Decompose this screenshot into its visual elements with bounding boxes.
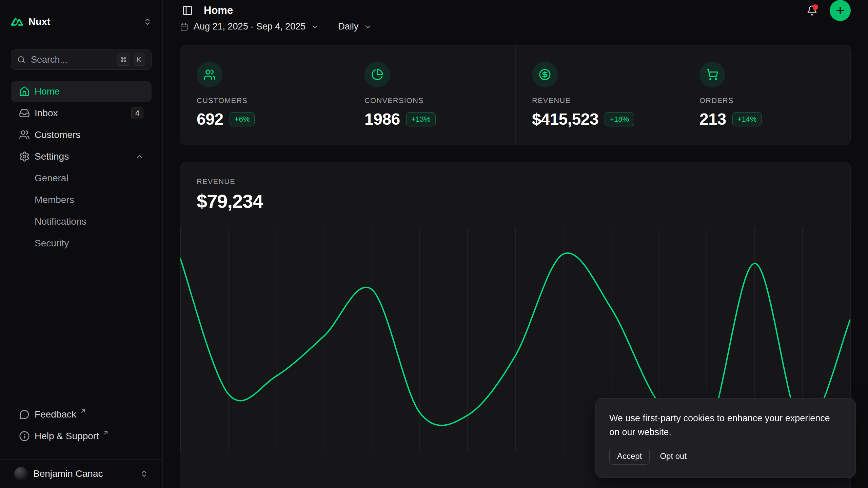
stat-value: 1986 bbox=[364, 110, 400, 128]
granularity-label: Daily bbox=[338, 21, 358, 32]
filters-toolbar: Aug 21, 2025 - Sep 4, 2025 Daily bbox=[163, 21, 868, 32]
page-title: Home bbox=[204, 4, 233, 17]
chevron-up-icon bbox=[135, 152, 143, 161]
users-icon bbox=[19, 129, 30, 140]
users-icon bbox=[197, 62, 222, 87]
stat-label: CONVERSIONS bbox=[364, 96, 499, 105]
inbox-count-badge: 4 bbox=[131, 107, 143, 119]
stat-revenue[interactable]: REVENUE $415,523 +18% bbox=[515, 45, 683, 145]
sidebar-item-settings[interactable]: Settings bbox=[11, 146, 152, 167]
search-kbd-group: ⌘ K bbox=[117, 54, 145, 66]
chart-title: REVENUE bbox=[197, 177, 834, 186]
add-button[interactable] bbox=[830, 0, 851, 21]
sidebar-top: Nuxt Search... ⌘ K bbox=[0, 0, 162, 70]
sidebar-item-general[interactable]: General bbox=[11, 168, 152, 188]
date-range-button[interactable]: Aug 21, 2025 - Sep 4, 2025 bbox=[180, 21, 319, 32]
stat-label: CUSTOMERS bbox=[197, 96, 332, 105]
user-name: Benjamin Canac bbox=[33, 468, 103, 479]
chevron-down-icon bbox=[311, 23, 319, 31]
info-icon bbox=[19, 431, 30, 442]
message-icon bbox=[19, 409, 30, 420]
user-menu[interactable]: Benjamin Canac bbox=[11, 464, 152, 483]
sub-item-label: General bbox=[35, 173, 68, 184]
stat-conversions[interactable]: CONVERSIONS 1986 +13% bbox=[348, 45, 515, 145]
search-placeholder: Search... bbox=[31, 55, 67, 65]
sidebar: Nuxt Search... ⌘ K bbox=[0, 0, 163, 488]
sidebar-item-customers[interactable]: Customers bbox=[11, 125, 152, 145]
help-support-link[interactable]: Help & Support bbox=[11, 426, 152, 446]
calendar-icon bbox=[180, 23, 188, 31]
sidebar-item-notifications[interactable]: Notifications bbox=[11, 211, 152, 232]
gear-icon bbox=[19, 151, 30, 162]
help-support-label: Help & Support bbox=[35, 431, 99, 442]
stat-delta-badge: +14% bbox=[732, 112, 762, 126]
sidebar-nav: Home Inbox 4 Customers Settings bbox=[0, 70, 162, 404]
header-actions bbox=[807, 0, 851, 21]
sidebar-toggle-button[interactable] bbox=[180, 3, 195, 18]
sub-item-label: Notifications bbox=[35, 216, 86, 227]
chart-total: $79,234 bbox=[197, 190, 834, 212]
stat-delta-badge: +18% bbox=[605, 112, 634, 126]
page-header: Home bbox=[163, 0, 868, 21]
chevrons-up-down-icon bbox=[140, 470, 148, 478]
nuxt-logo-icon bbox=[11, 16, 23, 28]
sidebar-item-inbox[interactable]: Inbox 4 bbox=[11, 103, 152, 123]
home-icon bbox=[19, 86, 30, 97]
stat-value: $415,523 bbox=[532, 110, 598, 128]
sub-item-label: Security bbox=[35, 238, 69, 249]
sidebar-item-label: Customers bbox=[35, 129, 80, 140]
cookie-accept-button[interactable]: Accept bbox=[609, 448, 650, 465]
cookie-banner: We use first-party cookies to enhance yo… bbox=[595, 398, 856, 478]
external-link-icon bbox=[80, 408, 86, 414]
search-input[interactable]: Search... ⌘ K bbox=[11, 49, 152, 70]
stat-value: 213 bbox=[699, 110, 726, 128]
stat-orders[interactable]: ORDERS 213 +14% bbox=[683, 45, 850, 145]
feedback-link[interactable]: Feedback bbox=[11, 404, 152, 425]
chevrons-up-down-icon bbox=[143, 18, 152, 26]
cookie-message: We use first-party cookies to enhance yo… bbox=[609, 411, 842, 439]
user-section: Benjamin Canac bbox=[0, 459, 162, 488]
chevron-down-icon bbox=[364, 23, 372, 31]
plus-icon bbox=[835, 5, 846, 16]
sidebar-item-security[interactable]: Security bbox=[11, 233, 152, 253]
notification-dot bbox=[813, 4, 818, 10]
cart-icon bbox=[699, 62, 725, 87]
kbd-k: K bbox=[133, 54, 145, 66]
sidebar-item-home[interactable]: Home bbox=[11, 81, 152, 102]
sidebar-item-label: Inbox bbox=[35, 108, 58, 119]
stat-value: 692 bbox=[197, 110, 223, 128]
stats-card: CUSTOMERS 692 +6% CONVERSIONS 1986 +13% bbox=[180, 45, 851, 145]
inbox-icon bbox=[19, 108, 30, 119]
pie-chart-icon bbox=[364, 62, 390, 87]
stat-delta-badge: +13% bbox=[406, 112, 436, 126]
cookie-actions: Accept Opt out bbox=[609, 448, 842, 465]
sidebar-footer: Feedback Help & Support bbox=[0, 404, 162, 459]
workspace-name: Nuxt bbox=[28, 16, 50, 27]
dollar-circle-icon bbox=[532, 62, 558, 87]
chart-header: REVENUE $79,234 bbox=[180, 162, 850, 212]
panel-left-icon bbox=[182, 5, 193, 16]
search-icon bbox=[17, 56, 25, 64]
kbd-meta: ⌘ bbox=[117, 54, 130, 66]
granularity-button[interactable]: Daily bbox=[338, 21, 372, 32]
stat-delta-badge: +6% bbox=[230, 112, 255, 126]
date-range-label: Aug 21, 2025 - Sep 4, 2025 bbox=[194, 21, 305, 32]
stat-label: REVENUE bbox=[532, 96, 667, 105]
notifications-button[interactable] bbox=[807, 5, 817, 16]
feedback-label: Feedback bbox=[35, 409, 76, 420]
sidebar-item-members[interactable]: Members bbox=[11, 190, 152, 210]
workspace-switcher[interactable]: Nuxt bbox=[11, 11, 152, 33]
external-link-icon bbox=[102, 429, 109, 436]
cookie-optout-button[interactable]: Opt out bbox=[660, 451, 687, 461]
avatar bbox=[14, 467, 28, 481]
sidebar-item-label: Home bbox=[35, 86, 60, 97]
sub-item-label: Members bbox=[35, 195, 74, 205]
stat-customers[interactable]: CUSTOMERS 692 +6% bbox=[180, 45, 348, 145]
sidebar-item-label: Settings bbox=[35, 151, 69, 162]
stat-label: ORDERS bbox=[699, 96, 834, 105]
